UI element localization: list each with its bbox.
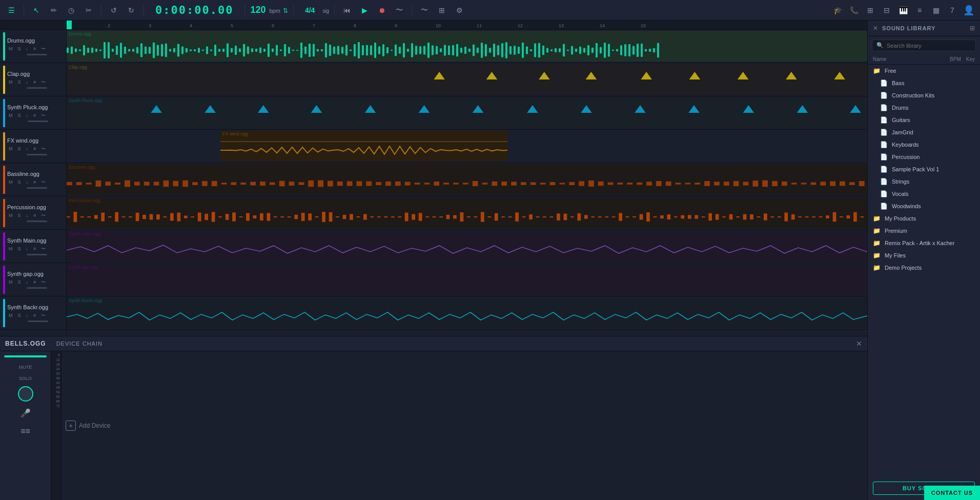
library-item-drums[interactable]: 📄 Drums bbox=[868, 102, 980, 114]
mute-drums[interactable]: M bbox=[7, 46, 14, 52]
play-btn[interactable]: ▶ bbox=[357, 3, 372, 17]
solo-drums[interactable]: S bbox=[16, 46, 23, 52]
track-lane-synthgap[interactable]: Synth gap.ogg bbox=[67, 263, 867, 296]
eq-percussion[interactable]: ≡ bbox=[32, 212, 37, 218]
clip-drums[interactable]: Drums.ogg // This will be rendered as st… bbox=[67, 31, 867, 62]
grid2-icon[interactable]: ⊞ bbox=[863, 3, 877, 17]
library-item-myfiles[interactable]: 📁 My Files bbox=[868, 249, 980, 262]
close-device-chain-icon[interactable]: ✕ bbox=[856, 339, 862, 348]
volume-slider-synthbackr[interactable] bbox=[28, 321, 48, 322]
mute-synthgap[interactable]: M bbox=[7, 279, 14, 285]
track-header-drums[interactable]: Drums.ogg M S ↓ ≡ 〜 bbox=[0, 30, 66, 63]
mute-percussion[interactable]: M bbox=[7, 212, 14, 218]
eq-synthpluck[interactable]: ≡ bbox=[32, 112, 37, 118]
search-input[interactable] bbox=[887, 43, 971, 49]
library-item-myproducts[interactable]: 📁 My Products bbox=[868, 212, 980, 225]
cursor-tool[interactable]: ↖ bbox=[29, 3, 44, 17]
mute-synthmain[interactable]: M bbox=[7, 246, 14, 252]
clip-percussion[interactable]: Percussion.ogg bbox=[67, 197, 867, 228]
input-bassline[interactable]: ↓ bbox=[25, 179, 30, 185]
track-lane-percussion[interactable]: Percussion.ogg bbox=[67, 196, 867, 230]
volume-slider-percussion[interactable] bbox=[27, 221, 47, 222]
mute-button[interactable]: MUTE bbox=[16, 364, 35, 371]
volume-slider-synthpluck[interactable] bbox=[28, 121, 48, 122]
library-item-free[interactable]: 📁 Free bbox=[868, 65, 980, 77]
mic-icon[interactable]: 🎤 bbox=[18, 406, 33, 420]
redo-btn[interactable]: ↻ bbox=[124, 3, 138, 17]
undo-btn[interactable]: ↺ bbox=[107, 3, 121, 17]
wave-percussion[interactable]: 〜 bbox=[39, 212, 47, 219]
eq-drums[interactable]: ≡ bbox=[32, 46, 37, 52]
clip-bassline[interactable]: Bassline.ogg bbox=[67, 164, 867, 195]
loop-btn[interactable]: 〜 bbox=[392, 3, 406, 17]
num7-icon[interactable]: 7 bbox=[945, 3, 959, 17]
track-header-synthgap[interactable]: Synth gap.ogg M S ↓ ≡ 〜 bbox=[0, 263, 66, 296]
track-lane-bassline[interactable]: Bassline.ogg bbox=[67, 163, 867, 196]
clip-fxwind[interactable]: FX wind.ogg bbox=[220, 131, 507, 162]
track-header-bassline[interactable]: Bassline.ogg M S ↓ ≡ 〜 bbox=[0, 163, 66, 196]
tiles-icon[interactable]: ⊟ bbox=[880, 3, 894, 17]
eq-clap[interactable]: ≡ bbox=[32, 79, 37, 85]
solo-synthmain[interactable]: S bbox=[16, 246, 23, 252]
library-item-demoprojects[interactable]: 📁 Demo Projects bbox=[868, 262, 980, 274]
library-item-remixpack[interactable]: 📁 Remix Pack - Artik x Kacher bbox=[868, 237, 980, 249]
track-header-fxwind[interactable]: FX wind.ogg M S ↓ ≡ 〜 bbox=[0, 130, 66, 163]
solo-percussion[interactable]: S bbox=[16, 212, 23, 218]
library-item-keyboards[interactable]: 📄 Keyboards bbox=[868, 138, 980, 151]
eq-plugin-icon[interactable]: ≡≡ bbox=[18, 424, 33, 438]
wave-btn[interactable]: 〜 bbox=[417, 3, 432, 17]
bpm-display[interactable]: 120 bbox=[250, 5, 266, 15]
piano-icon[interactable]: 🎹 bbox=[896, 3, 910, 17]
wave-synthgap[interactable]: 〜 bbox=[39, 278, 47, 286]
mute-synthbackr[interactable]: M bbox=[7, 312, 14, 318]
track-lane-synthpluck[interactable]: Synth Pluck.ogg bbox=[67, 96, 867, 130]
track-lane-clap[interactable]: Clap.ogg bbox=[67, 63, 867, 96]
library-item-strings[interactable]: 📄 Strings bbox=[868, 175, 980, 188]
mute-clap[interactable]: M bbox=[7, 79, 14, 85]
volume-slider-synthmain[interactable] bbox=[27, 254, 47, 255]
hamburger-menu[interactable]: ☰ bbox=[4, 3, 18, 17]
volume-slider-clap[interactable] bbox=[27, 87, 47, 89]
clip-clap[interactable]: Clap.ogg bbox=[67, 64, 867, 95]
solo-clap[interactable]: S bbox=[16, 79, 23, 85]
close-library-icon[interactable]: ✕ bbox=[873, 25, 878, 32]
library-search-bar[interactable]: 🔍 bbox=[872, 39, 976, 51]
input-synthpluck[interactable]: ↓ bbox=[25, 112, 30, 118]
track-header-synth-pluck[interactable]: Synth Pluck.ogg M S ↓ ≡ 〜 bbox=[0, 96, 66, 130]
library-item-vocals[interactable]: 📄 Vocals bbox=[868, 188, 980, 200]
track-header-synthbackr[interactable]: Synth Backr.ogg M S ↓ ≡ 〜 bbox=[0, 296, 66, 330]
input-synthmain[interactable]: ↓ bbox=[25, 246, 30, 252]
eq-fxwind[interactable]: ≡ bbox=[32, 146, 37, 152]
solo-fxwind[interactable]: S bbox=[16, 146, 23, 152]
library-item-jamgrid[interactable]: 📄 JamGrid bbox=[868, 126, 980, 138]
clip-synthgap[interactable]: Synth gap.ogg bbox=[67, 264, 867, 295]
eq-synthbackr[interactable]: ≡ bbox=[32, 312, 37, 318]
sig-display[interactable]: 4/4 bbox=[305, 6, 315, 14]
volume-knob[interactable] bbox=[18, 386, 33, 402]
track-lane-synthmain[interactable]: Synth Main.ogg bbox=[67, 230, 867, 263]
mute-bassline[interactable]: M bbox=[7, 179, 14, 185]
library-settings-icon[interactable]: ⊞ bbox=[970, 25, 975, 32]
track-lane-synthbackr[interactable]: Synth Backr.ogg bbox=[67, 296, 867, 330]
wave-synthbackr[interactable]: 〜 bbox=[39, 312, 47, 319]
eq-synthmain[interactable]: ≡ bbox=[32, 246, 37, 252]
eq-bassline[interactable]: ≡ bbox=[32, 179, 37, 185]
phone-icon[interactable]: 📞 bbox=[847, 3, 861, 17]
library-item-percussion[interactable]: 📄 Percussion bbox=[868, 151, 980, 163]
clock-tool[interactable]: ◷ bbox=[64, 3, 78, 17]
track-header-percussion[interactable]: Percussion.ogg M S ↓ ≡ 〜 bbox=[0, 196, 66, 230]
tutorial-icon[interactable]: 🎓 bbox=[830, 3, 845, 17]
record-btn[interactable]: ⏺ bbox=[375, 3, 389, 17]
bpm-arrows[interactable]: ⇅ bbox=[283, 7, 288, 14]
solo-button[interactable]: SOLO bbox=[16, 375, 34, 382]
input-synthbackr[interactable]: ↓ bbox=[25, 312, 30, 318]
volume-slider-fxwind[interactable] bbox=[27, 154, 47, 155]
library-item-sample-pack[interactable]: 📄 Sample Pack Vol 1 bbox=[868, 163, 980, 175]
wave-fxwind[interactable]: 〜 bbox=[39, 145, 47, 153]
eq-icon[interactable]: ≡ bbox=[912, 3, 927, 17]
bars-icon[interactable]: ▦ bbox=[929, 3, 943, 17]
wave-clap[interactable]: 〜 bbox=[39, 78, 47, 86]
wave-drums[interactable]: 〜 bbox=[39, 45, 47, 53]
track-lane-drums[interactable]: Drums.ogg // This will be rendered as st… bbox=[67, 30, 867, 63]
library-item-woodwinds[interactable]: 📄 Woodwinds bbox=[868, 200, 980, 212]
